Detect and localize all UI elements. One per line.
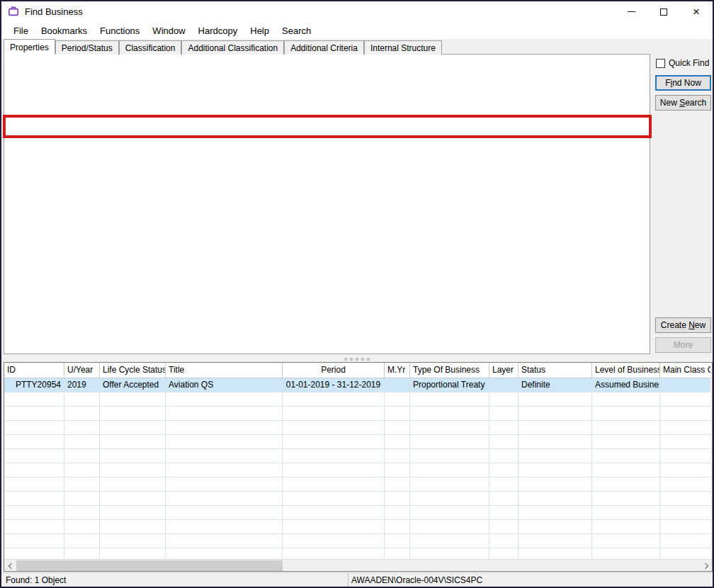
column-header-status[interactable]: Status	[518, 363, 592, 378]
column-header-main-class[interactable]: Main Class Of	[660, 363, 710, 378]
window-title: Find Business	[25, 6, 83, 17]
title-bar: Find Business ×	[1, 1, 713, 22]
status-divider	[348, 573, 348, 587]
menu-help[interactable]: Help	[244, 23, 276, 38]
menu-functions[interactable]: Functions	[94, 23, 146, 38]
cell-life-cycle-status: Offer Accepted	[100, 378, 166, 392]
maximize-icon	[660, 9, 667, 16]
column-header-uyear[interactable]: U/Year	[64, 363, 100, 378]
grip-dot	[344, 358, 347, 361]
cell-myr	[385, 378, 410, 392]
table-row-empty	[4, 407, 710, 421]
connection-text: AWAADEN\Oracle-004V\SICS4PC	[351, 575, 482, 585]
quick-find-checkbox[interactable]: Quick Find	[656, 58, 709, 68]
tab-additional-classification[interactable]: Additional Classification	[181, 40, 284, 55]
grip-dot	[356, 358, 358, 361]
cell-title: Aviation QS	[166, 378, 283, 392]
column-header-title[interactable]: Title	[166, 363, 283, 378]
tab-additional-criteria[interactable]: Additional Criteria	[284, 40, 364, 55]
column-header-period[interactable]: Period	[283, 363, 385, 378]
tab-properties[interactable]: Properties	[4, 39, 55, 55]
new-search-button[interactable]: New Search	[655, 95, 711, 111]
column-header-id[interactable]: ID	[4, 363, 64, 378]
table-row[interactable]: PTTY20954 2019 Offer Accepted Aviation Q…	[4, 378, 710, 392]
column-header-layer[interactable]: Layer	[489, 363, 518, 378]
column-header-level-of-business[interactable]: Level of Business	[592, 363, 660, 378]
find-business-window: Find Business × File Bookmarks Functions…	[0, 0, 714, 588]
found-count-text: Found: 1 Object	[6, 575, 66, 585]
scroll-right-arrow-icon[interactable]	[700, 560, 712, 572]
menu-file[interactable]: File	[7, 23, 35, 38]
briefcase-icon	[8, 6, 19, 17]
cell-id: PTTY20954	[4, 378, 64, 392]
table-row-empty	[4, 506, 710, 520]
table-row-empty	[4, 534, 710, 548]
cell-status: Definite	[518, 378, 592, 392]
tab-internal-structure[interactable]: Internal Structure	[364, 40, 442, 55]
cell-main-class	[660, 378, 710, 392]
table-row-empty	[4, 477, 710, 492]
table-header-row: ID U/Year Life Cycle Status Title Period…	[4, 363, 710, 378]
table-row-empty	[4, 520, 710, 534]
menu-search[interactable]: Search	[276, 23, 317, 38]
cell-uyear: 2019	[64, 378, 100, 392]
more-button[interactable]: More	[655, 337, 711, 353]
find-now-button[interactable]: Find Now	[655, 75, 711, 91]
minimize-button[interactable]	[615, 1, 647, 22]
close-icon: ×	[693, 6, 700, 18]
table-row-empty	[4, 392, 710, 407]
grip-dot	[367, 358, 370, 361]
table-row-empty	[4, 435, 710, 449]
grip-dot	[361, 358, 364, 361]
tab-period-status[interactable]: Period/Status	[55, 40, 119, 55]
table-row-empty	[4, 492, 710, 506]
minimize-icon	[628, 11, 635, 12]
close-button[interactable]: ×	[680, 1, 713, 22]
table-row-empty	[4, 421, 710, 435]
menu-bookmarks[interactable]: Bookmarks	[35, 23, 94, 38]
side-panel: Quick Find Find Now New Search Create Ne…	[650, 39, 713, 359]
menu-window[interactable]: Window	[146, 23, 191, 38]
cell-period: 01-01-2019 - 31-12-2019	[283, 378, 385, 392]
status-bar: Found: 1 Object AWAADEN\Oracle-004V\SICS…	[1, 572, 713, 587]
table-row-empty	[4, 463, 710, 477]
menu-hardcopy[interactable]: Hardcopy	[192, 23, 244, 38]
menu-bar: File Bookmarks Functions Window Hardcopy…	[1, 22, 713, 39]
results-table: ID U/Year Life Cycle Status Title Period…	[4, 362, 713, 572]
column-header-myr[interactable]: M.Yr	[385, 363, 410, 378]
column-header-life-cycle-status[interactable]: Life Cycle Status	[100, 363, 166, 378]
tab-classification[interactable]: Classification	[119, 40, 182, 55]
scrollbar-thumb[interactable]	[16, 560, 283, 572]
checkbox-label: Quick Find	[669, 58, 709, 68]
grip-dot	[350, 358, 353, 361]
column-header-type-of-business[interactable]: Type Of Business	[410, 363, 489, 378]
checkbox-icon	[656, 59, 665, 68]
cell-type-of-business: Proportional Treaty	[410, 378, 489, 392]
cell-layer	[489, 378, 518, 392]
scroll-left-arrow-icon[interactable]	[4, 560, 16, 572]
create-new-button[interactable]: Create New	[655, 317, 711, 333]
cell-level-of-business: Assumed Business	[592, 378, 660, 392]
table-row-empty	[4, 449, 710, 463]
splitter-grip[interactable]	[1, 356, 713, 361]
horizontal-scrollbar[interactable]	[4, 559, 712, 572]
properties-tab-page	[4, 54, 650, 354]
maximize-button[interactable]	[647, 1, 680, 22]
tab-strip: Properties Period/Status Classification …	[4, 39, 442, 55]
